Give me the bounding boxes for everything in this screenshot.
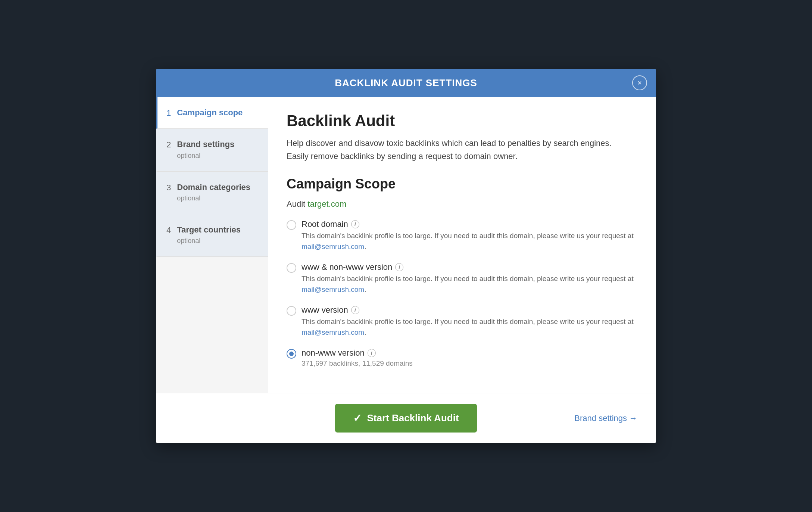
radio-content-non-www: non-www version i 371,697 backlinks, 11,… xyxy=(302,348,637,368)
radio-label-non-www[interactable]: non-www version i xyxy=(302,348,637,358)
radio-label-www-non-www[interactable]: www & non-www version i xyxy=(302,262,637,272)
radio-content-www-version: www version i This domain's backlink pro… xyxy=(302,305,637,338)
radio-option-www-non-www: www & non-www version i This domain's ba… xyxy=(287,262,637,295)
brand-settings-arrow: → xyxy=(629,413,637,423)
info-icon-non-www: i xyxy=(368,349,376,357)
sidebar-num-1: 1 xyxy=(166,108,171,118)
start-audit-label: Start Backlink Audit xyxy=(367,412,459,424)
audit-domain-link[interactable]: target.com xyxy=(307,199,346,209)
sidebar-item-domain-categories[interactable]: 3 Domain categoriesoptional xyxy=(156,172,268,214)
radio-label-root-domain[interactable]: Root domain i xyxy=(302,219,637,229)
sidebar-num-2: 2 xyxy=(166,140,171,150)
modal-backdrop: BACKLINK AUDIT SETTINGS × 1 Campaign sco… xyxy=(0,0,812,512)
sidebar-sublabel-2: optional xyxy=(177,152,200,159)
radio-label-www-version[interactable]: www version i xyxy=(302,305,637,315)
modal-header: BACKLINK AUDIT SETTINGS × xyxy=(156,69,656,97)
info-icon-www: i xyxy=(351,306,359,314)
email-link-www-non-www[interactable]: mail@semrush.com xyxy=(302,285,364,293)
radio-www-version[interactable] xyxy=(287,306,296,316)
email-link-www[interactable]: mail@semrush.com xyxy=(302,328,364,336)
radio-desc-www-version: This domain's backlink profile is too la… xyxy=(302,316,637,338)
audit-label: Audit xyxy=(287,199,305,209)
modal-dialog: BACKLINK AUDIT SETTINGS × 1 Campaign sco… xyxy=(156,69,656,443)
sidebar-label-4: Target countriesoptional xyxy=(177,225,241,246)
radio-content-www-non-www: www & non-www version i This domain's ba… xyxy=(302,262,637,295)
sidebar-sublabel-3: optional xyxy=(177,194,200,202)
radio-option-root-domain: Root domain i This domain's backlink pro… xyxy=(287,219,637,252)
www-non-www-text: www & non-www version xyxy=(302,262,392,272)
brand-settings-text: Brand settings xyxy=(574,413,627,423)
non-www-text: non-www version xyxy=(302,348,365,358)
modal-main-content: Backlink Audit Help discover and disavow… xyxy=(268,97,656,393)
radio-www-non-www[interactable] xyxy=(287,263,296,273)
audit-line: Audit target.com xyxy=(287,199,637,209)
sidebar-item-campaign-scope[interactable]: 1 Campaign scope xyxy=(156,97,268,129)
close-icon: × xyxy=(637,79,642,87)
page-description: Help discover and disavow toxic backlink… xyxy=(287,137,622,163)
start-audit-button[interactable]: ✓ Start Backlink Audit xyxy=(335,404,477,433)
root-domain-text: Root domain xyxy=(302,219,348,229)
modal-close-button[interactable]: × xyxy=(632,75,647,90)
sidebar-item-brand-settings[interactable]: 2 Brand settingsoptional xyxy=(156,129,268,171)
www-version-text: www version xyxy=(302,305,348,315)
sidebar-sublabel-4: optional xyxy=(177,237,200,244)
sidebar-label-1: Campaign scope xyxy=(177,107,243,118)
radio-desc-root-domain: This domain's backlink profile is too la… xyxy=(302,231,637,252)
sidebar-label-2: Brand settingsoptional xyxy=(177,139,234,160)
radio-root-domain[interactable] xyxy=(287,220,296,230)
info-icon-www-non-www: i xyxy=(395,263,403,271)
campaign-scope-title: Campaign Scope xyxy=(287,176,637,192)
sidebar-num-3: 3 xyxy=(166,183,171,193)
sidebar-num-4: 4 xyxy=(166,225,171,235)
checkmark-icon: ✓ xyxy=(353,412,362,424)
modal-sidebar: 1 Campaign scope 2 Brand settingsoptiona… xyxy=(156,97,268,393)
sidebar-label-3: Domain categoriesoptional xyxy=(177,182,250,203)
modal-title: BACKLINK AUDIT SETTINGS xyxy=(335,77,477,88)
radio-desc-www-non-www: This domain's backlink profile is too la… xyxy=(302,274,637,295)
modal-body: 1 Campaign scope 2 Brand settingsoptiona… xyxy=(156,97,656,393)
info-icon-root: i xyxy=(351,220,359,228)
radio-option-non-www: non-www version i 371,697 backlinks, 11,… xyxy=(287,348,637,368)
sidebar-item-target-countries[interactable]: 4 Target countriesoptional xyxy=(156,214,268,257)
radio-option-www-version: www version i This domain's backlink pro… xyxy=(287,305,637,338)
radio-count-non-www: 371,697 backlinks, 11,529 domains xyxy=(302,359,637,368)
page-title: Backlink Audit xyxy=(287,112,637,130)
brand-settings-link[interactable]: Brand settings → xyxy=(574,413,637,423)
modal-footer: ✓ Start Backlink Audit Brand settings → xyxy=(156,393,656,443)
radio-non-www-version[interactable] xyxy=(287,349,296,359)
email-link-root[interactable]: mail@semrush.com xyxy=(302,243,364,250)
radio-content-root: Root domain i This domain's backlink pro… xyxy=(302,219,637,252)
